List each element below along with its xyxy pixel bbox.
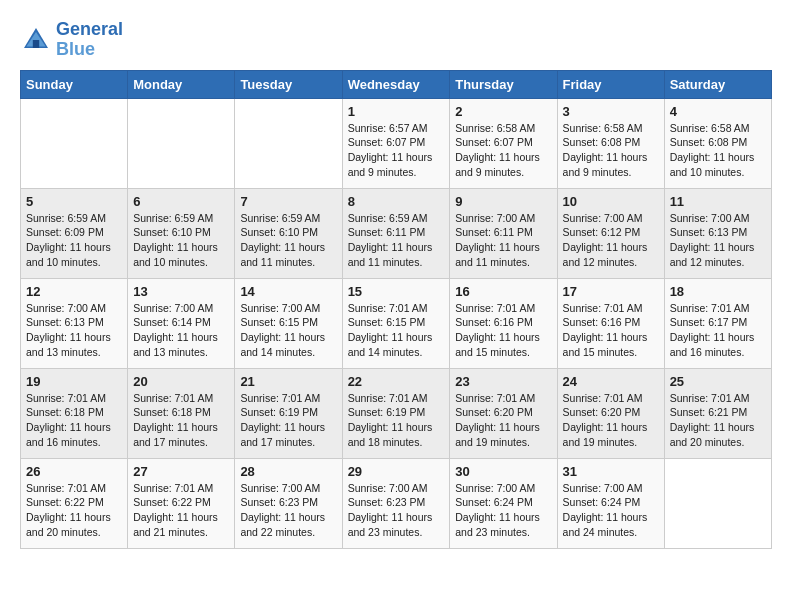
day-info: Sunrise: 7:00 AM Sunset: 6:23 PM Dayligh… [348, 481, 445, 540]
day-number: 9 [455, 194, 551, 209]
calendar-cell: 27Sunrise: 7:01 AM Sunset: 6:22 PM Dayli… [128, 458, 235, 548]
day-info: Sunrise: 7:00 AM Sunset: 6:12 PM Dayligh… [563, 211, 659, 270]
day-number: 18 [670, 284, 766, 299]
day-number: 1 [348, 104, 445, 119]
calendar-cell: 18Sunrise: 7:01 AM Sunset: 6:17 PM Dayli… [664, 278, 771, 368]
day-number: 21 [240, 374, 336, 389]
weekday-header-thursday: Thursday [450, 70, 557, 98]
day-number: 26 [26, 464, 122, 479]
calendar-cell: 8Sunrise: 6:59 AM Sunset: 6:11 PM Daylig… [342, 188, 450, 278]
day-info: Sunrise: 6:59 AM Sunset: 6:10 PM Dayligh… [133, 211, 229, 270]
day-number: 20 [133, 374, 229, 389]
day-info: Sunrise: 6:58 AM Sunset: 6:08 PM Dayligh… [563, 121, 659, 180]
calendar-cell [664, 458, 771, 548]
day-info: Sunrise: 7:01 AM Sunset: 6:18 PM Dayligh… [26, 391, 122, 450]
day-info: Sunrise: 6:58 AM Sunset: 6:08 PM Dayligh… [670, 121, 766, 180]
day-number: 28 [240, 464, 336, 479]
day-info: Sunrise: 6:57 AM Sunset: 6:07 PM Dayligh… [348, 121, 445, 180]
calendar-cell: 16Sunrise: 7:01 AM Sunset: 6:16 PM Dayli… [450, 278, 557, 368]
day-number: 4 [670, 104, 766, 119]
page-header: General Blue [20, 20, 772, 60]
calendar-cell: 13Sunrise: 7:00 AM Sunset: 6:14 PM Dayli… [128, 278, 235, 368]
day-info: Sunrise: 7:00 AM Sunset: 6:11 PM Dayligh… [455, 211, 551, 270]
calendar-cell: 9Sunrise: 7:00 AM Sunset: 6:11 PM Daylig… [450, 188, 557, 278]
calendar-cell: 30Sunrise: 7:00 AM Sunset: 6:24 PM Dayli… [450, 458, 557, 548]
day-number: 13 [133, 284, 229, 299]
calendar: SundayMondayTuesdayWednesdayThursdayFrid… [20, 70, 772, 549]
day-number: 8 [348, 194, 445, 209]
day-info: Sunrise: 6:59 AM Sunset: 6:10 PM Dayligh… [240, 211, 336, 270]
day-info: Sunrise: 7:01 AM Sunset: 6:20 PM Dayligh… [455, 391, 551, 450]
day-info: Sunrise: 7:01 AM Sunset: 6:20 PM Dayligh… [563, 391, 659, 450]
weekday-header-sunday: Sunday [21, 70, 128, 98]
day-number: 5 [26, 194, 122, 209]
calendar-cell: 17Sunrise: 7:01 AM Sunset: 6:16 PM Dayli… [557, 278, 664, 368]
day-info: Sunrise: 7:00 AM Sunset: 6:13 PM Dayligh… [670, 211, 766, 270]
day-number: 30 [455, 464, 551, 479]
calendar-cell: 24Sunrise: 7:01 AM Sunset: 6:20 PM Dayli… [557, 368, 664, 458]
day-info: Sunrise: 6:59 AM Sunset: 6:11 PM Dayligh… [348, 211, 445, 270]
day-info: Sunrise: 7:01 AM Sunset: 6:21 PM Dayligh… [670, 391, 766, 450]
day-info: Sunrise: 7:01 AM Sunset: 6:22 PM Dayligh… [133, 481, 229, 540]
calendar-cell: 11Sunrise: 7:00 AM Sunset: 6:13 PM Dayli… [664, 188, 771, 278]
day-info: Sunrise: 7:00 AM Sunset: 6:15 PM Dayligh… [240, 301, 336, 360]
calendar-cell: 6Sunrise: 6:59 AM Sunset: 6:10 PM Daylig… [128, 188, 235, 278]
calendar-cell: 22Sunrise: 7:01 AM Sunset: 6:19 PM Dayli… [342, 368, 450, 458]
weekday-header-monday: Monday [128, 70, 235, 98]
calendar-cell: 14Sunrise: 7:00 AM Sunset: 6:15 PM Dayli… [235, 278, 342, 368]
calendar-cell [235, 98, 342, 188]
calendar-cell: 4Sunrise: 6:58 AM Sunset: 6:08 PM Daylig… [664, 98, 771, 188]
calendar-cell: 29Sunrise: 7:00 AM Sunset: 6:23 PM Dayli… [342, 458, 450, 548]
day-info: Sunrise: 7:01 AM Sunset: 6:19 PM Dayligh… [348, 391, 445, 450]
day-number: 29 [348, 464, 445, 479]
day-number: 3 [563, 104, 659, 119]
logo-icon [20, 24, 52, 56]
day-number: 16 [455, 284, 551, 299]
logo-text: General Blue [56, 20, 123, 60]
weekday-header-saturday: Saturday [664, 70, 771, 98]
day-number: 22 [348, 374, 445, 389]
calendar-cell: 15Sunrise: 7:01 AM Sunset: 6:15 PM Dayli… [342, 278, 450, 368]
weekday-header-tuesday: Tuesday [235, 70, 342, 98]
calendar-cell: 5Sunrise: 6:59 AM Sunset: 6:09 PM Daylig… [21, 188, 128, 278]
logo: General Blue [20, 20, 123, 60]
day-info: Sunrise: 7:00 AM Sunset: 6:14 PM Dayligh… [133, 301, 229, 360]
day-info: Sunrise: 7:00 AM Sunset: 6:13 PM Dayligh… [26, 301, 122, 360]
day-number: 2 [455, 104, 551, 119]
day-info: Sunrise: 7:01 AM Sunset: 6:17 PM Dayligh… [670, 301, 766, 360]
calendar-cell [128, 98, 235, 188]
day-number: 15 [348, 284, 445, 299]
calendar-cell: 1Sunrise: 6:57 AM Sunset: 6:07 PM Daylig… [342, 98, 450, 188]
svg-rect-2 [33, 40, 39, 48]
calendar-cell: 28Sunrise: 7:00 AM Sunset: 6:23 PM Dayli… [235, 458, 342, 548]
weekday-header-wednesday: Wednesday [342, 70, 450, 98]
day-info: Sunrise: 6:58 AM Sunset: 6:07 PM Dayligh… [455, 121, 551, 180]
day-number: 24 [563, 374, 659, 389]
day-number: 14 [240, 284, 336, 299]
day-number: 7 [240, 194, 336, 209]
day-info: Sunrise: 7:01 AM Sunset: 6:22 PM Dayligh… [26, 481, 122, 540]
day-info: Sunrise: 7:01 AM Sunset: 6:15 PM Dayligh… [348, 301, 445, 360]
day-number: 19 [26, 374, 122, 389]
calendar-cell: 19Sunrise: 7:01 AM Sunset: 6:18 PM Dayli… [21, 368, 128, 458]
day-info: Sunrise: 7:01 AM Sunset: 6:16 PM Dayligh… [563, 301, 659, 360]
weekday-header-friday: Friday [557, 70, 664, 98]
calendar-cell: 10Sunrise: 7:00 AM Sunset: 6:12 PM Dayli… [557, 188, 664, 278]
calendar-cell: 25Sunrise: 7:01 AM Sunset: 6:21 PM Dayli… [664, 368, 771, 458]
calendar-cell: 12Sunrise: 7:00 AM Sunset: 6:13 PM Dayli… [21, 278, 128, 368]
calendar-cell: 3Sunrise: 6:58 AM Sunset: 6:08 PM Daylig… [557, 98, 664, 188]
calendar-cell: 2Sunrise: 6:58 AM Sunset: 6:07 PM Daylig… [450, 98, 557, 188]
day-info: Sunrise: 7:00 AM Sunset: 6:24 PM Dayligh… [563, 481, 659, 540]
calendar-cell: 23Sunrise: 7:01 AM Sunset: 6:20 PM Dayli… [450, 368, 557, 458]
day-info: Sunrise: 7:00 AM Sunset: 6:24 PM Dayligh… [455, 481, 551, 540]
calendar-cell: 31Sunrise: 7:00 AM Sunset: 6:24 PM Dayli… [557, 458, 664, 548]
day-number: 23 [455, 374, 551, 389]
day-number: 12 [26, 284, 122, 299]
day-number: 25 [670, 374, 766, 389]
day-number: 6 [133, 194, 229, 209]
day-info: Sunrise: 7:01 AM Sunset: 6:19 PM Dayligh… [240, 391, 336, 450]
day-info: Sunrise: 6:59 AM Sunset: 6:09 PM Dayligh… [26, 211, 122, 270]
calendar-cell: 20Sunrise: 7:01 AM Sunset: 6:18 PM Dayli… [128, 368, 235, 458]
calendar-cell: 21Sunrise: 7:01 AM Sunset: 6:19 PM Dayli… [235, 368, 342, 458]
calendar-cell: 7Sunrise: 6:59 AM Sunset: 6:10 PM Daylig… [235, 188, 342, 278]
